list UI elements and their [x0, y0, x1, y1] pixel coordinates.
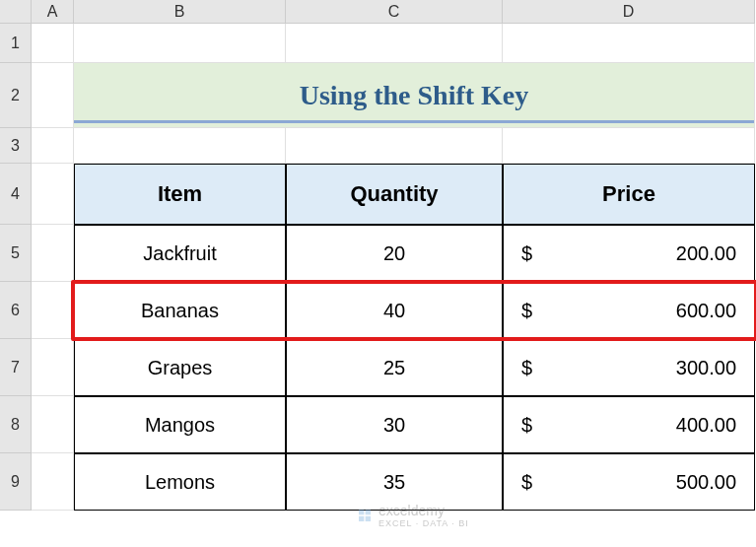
cell-C6[interactable]: 40: [286, 282, 503, 339]
currency-symbol: $: [521, 357, 532, 379]
cell-A7[interactable]: [32, 339, 74, 396]
spreadsheet: A B C D 1 2 3 4 5 6 7 8 9: [0, 0, 756, 547]
cell-C5[interactable]: 20: [286, 225, 503, 282]
cell-A6[interactable]: [32, 282, 74, 339]
column-header-D[interactable]: D: [503, 0, 755, 24]
cell-C7[interactable]: 25: [286, 339, 503, 396]
row-header-9[interactable]: 9: [0, 453, 32, 511]
select-all-corner[interactable]: [0, 0, 32, 24]
cell-D3[interactable]: [503, 128, 755, 164]
title-cell[interactable]: Using the Shift Key: [74, 63, 755, 128]
header-quantity[interactable]: Quantity: [286, 164, 503, 225]
column-header-C[interactable]: C: [286, 0, 503, 24]
title-text: Using the Shift Key: [300, 80, 529, 111]
cell-A8[interactable]: [32, 396, 74, 453]
cell-C9[interactable]: 35: [286, 453, 503, 511]
price-value: 600.00: [676, 300, 736, 322]
cell-B6[interactable]: Bananas: [74, 282, 286, 339]
cell-A9[interactable]: [32, 453, 74, 511]
row-headers: 1 2 3 4 5 6 7 8 9: [0, 24, 32, 511]
cell-D1[interactable]: [503, 24, 755, 63]
row-header-7[interactable]: 7: [0, 339, 32, 396]
currency-symbol: $: [521, 300, 532, 322]
price-value: 200.00: [676, 242, 736, 265]
cell-A2[interactable]: [32, 63, 74, 128]
cell-A4[interactable]: [32, 164, 74, 225]
cell-B1[interactable]: [74, 24, 286, 63]
currency-symbol: $: [521, 471, 532, 494]
row-header-3[interactable]: 3: [0, 128, 32, 164]
row-header-5[interactable]: 5: [0, 225, 32, 282]
price-value: 500.00: [676, 471, 736, 494]
row-header-8[interactable]: 8: [0, 396, 32, 453]
cell-D5[interactable]: $200.00: [503, 225, 755, 282]
row-header-1[interactable]: 1: [0, 24, 32, 63]
cell-B5[interactable]: Jackfruit: [74, 225, 286, 282]
cell-D6[interactable]: $600.00: [503, 282, 755, 339]
cell-B9[interactable]: Lemons: [74, 453, 286, 511]
currency-symbol: $: [521, 242, 532, 265]
cell-C8[interactable]: 30: [286, 396, 503, 453]
column-header-A[interactable]: A: [32, 0, 74, 24]
cell-B3[interactable]: [74, 128, 286, 164]
column-headers: A B C D: [0, 0, 756, 24]
price-value: 300.00: [676, 357, 736, 379]
price-value: 400.00: [676, 414, 736, 437]
cell-A5[interactable]: [32, 225, 74, 282]
cell-A1[interactable]: [32, 24, 74, 63]
currency-symbol: $: [521, 414, 532, 437]
header-price[interactable]: Price: [503, 164, 755, 225]
watermark-sub: EXCEL · DATA · BI: [378, 518, 469, 528]
header-item[interactable]: Item: [74, 164, 286, 225]
grid-area: Using the Shift Key Item Quantity Price: [32, 24, 756, 511]
column-header-B[interactable]: B: [74, 0, 286, 24]
row-header-2[interactable]: 2: [0, 63, 32, 128]
cell-D9[interactable]: $500.00: [503, 453, 755, 511]
cell-B7[interactable]: Grapes: [74, 339, 286, 396]
cell-C1[interactable]: [286, 24, 503, 63]
cell-A3[interactable]: [32, 128, 74, 164]
cell-B8[interactable]: Mangos: [74, 396, 286, 453]
row-header-6[interactable]: 6: [0, 282, 32, 339]
row-header-4[interactable]: 4: [0, 164, 32, 225]
cell-D8[interactable]: $400.00: [503, 396, 755, 453]
cell-C3[interactable]: [286, 128, 503, 164]
title-underline: [74, 120, 754, 123]
cell-D7[interactable]: $300.00: [503, 339, 755, 396]
